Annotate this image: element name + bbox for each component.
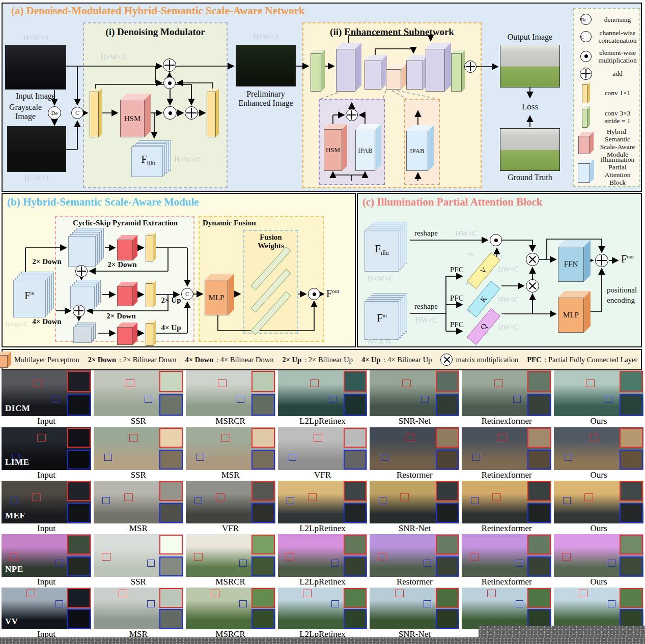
hsm-module-block: HSM [120, 94, 151, 137]
gallery-cell: Ours [554, 370, 643, 427]
fout-label-b: Fout [326, 288, 339, 299]
blue-box-marker [147, 560, 155, 567]
conv1x1-py-3 [146, 320, 156, 346]
red-box-marker [310, 379, 319, 387]
blue-inset [436, 557, 459, 576]
gallery-label: MSRCR [186, 416, 275, 427]
legend-a-label: channel-wise concatenation [597, 29, 638, 44]
blue-box-marker [331, 600, 339, 607]
conv1x1-py-2 [146, 281, 156, 307]
gallery-row-DICM: DICMInputSSRMSRCRL2LpRetinexSNR-NetRetin… [0, 370, 645, 427]
red-inset [159, 535, 183, 554]
thumb-MEF-SNR-Net [370, 481, 459, 523]
output-image [500, 45, 560, 87]
ipab-cube-icon [578, 159, 594, 183]
gallery-label: Retinexformer [462, 470, 551, 481]
blue-box-marker [55, 560, 63, 567]
enhancement-title: (ii) Enhancement Subnetwork [326, 26, 458, 37]
thumb-DICM-Retinexformer [462, 370, 551, 416]
thumb-LIME-Ours [554, 427, 643, 470]
positional-label-2: encoding [607, 296, 635, 305]
plus-icon [580, 68, 592, 80]
bottom-legend-bold: PFC [527, 356, 541, 364]
thumb-MEF-Input: MEF [2, 481, 91, 523]
reshape-label-2: reshape [414, 302, 438, 311]
blue-inset [251, 394, 275, 416]
thumb-NPE-L2LpRetinex [278, 534, 368, 577]
fin-dims-b: H×W×C [5, 321, 28, 329]
de-icon: De [580, 14, 592, 25]
legend-a-label: element-wise multiplication [597, 49, 638, 64]
down4-label: 4× Down [27, 317, 66, 326]
gallery-cell: VFR [186, 481, 275, 534]
blue-box-marker [102, 497, 110, 504]
thumb-DICM-MSRCR [186, 370, 275, 416]
up4-label: 4× Up [156, 324, 186, 332]
stack-layer [68, 236, 96, 267]
red-box-marker [34, 379, 42, 387]
thumb-VV-hidden [554, 588, 643, 629]
red-inset [67, 535, 91, 554]
thumb-LIME-VFR [278, 427, 368, 470]
legend-a-label: conv 1×1 [597, 89, 638, 97]
blue-inset [251, 609, 275, 629]
gallery-label: VFR [278, 470, 368, 481]
red-inset [251, 535, 275, 554]
bottom-legend-item: 2× Up: 2× Bilinear Up [282, 356, 352, 364]
red-box-marker [102, 553, 110, 561]
blue-inset [436, 609, 459, 629]
thumb-VV-SNR-Net [370, 588, 459, 629]
red-box-marker [314, 434, 322, 442]
panel-b-title: (b) Hybrid-Semantic Scale-Aware Module [7, 196, 199, 209]
legend-a-item: Dedenoising [575, 12, 638, 27]
blue-box-marker [563, 497, 571, 504]
add-node-1 [185, 106, 198, 120]
red-box-marker [286, 553, 294, 561]
red-box-marker [579, 590, 587, 597]
preliminary-image [236, 45, 296, 86]
red-box-marker [487, 590, 496, 597]
red-inset [527, 588, 551, 608]
fillu-dims: H×W×C [174, 156, 201, 164]
bottom-legend-text: : 4× Bilinear Down [216, 356, 273, 364]
bottom-legend-text: Multilayer Perceptron [14, 356, 79, 364]
pfc-label-3: PFC [450, 320, 464, 329]
red-inset [436, 371, 459, 392]
red-box-marker [216, 493, 225, 501]
gallery-cell: MSR [94, 588, 183, 641]
gallery-label: L2LpRetinex [278, 523, 368, 534]
gallery-label: Retinexformer [462, 577, 551, 588]
blue-inset [159, 450, 183, 470]
unet-block-2 [364, 55, 387, 90]
unet-block-4 [426, 43, 451, 92]
bottom-legend-bold: 2× Up [282, 356, 301, 364]
blue-box-marker [329, 396, 336, 403]
red-box-marker [211, 590, 219, 597]
red-inset [436, 588, 459, 608]
gallery-label: SSR [94, 416, 183, 427]
blue-inset [159, 394, 183, 416]
gallery-cell: L2LpRetinex [278, 370, 368, 427]
red-inset [620, 428, 643, 448]
gallery-label: Ours [554, 577, 643, 588]
red-inset [620, 588, 643, 608]
thumb-MEF-MSR [94, 481, 183, 523]
bottom-legend-bar: Dilated Dense BlockMultilayer Perceptron… [2, 349, 642, 370]
legend-a-label: denoising [597, 16, 638, 23]
gallery-cell: Retinexformer [462, 427, 551, 481]
red-box-marker [26, 590, 35, 597]
red-box-marker [32, 493, 41, 501]
dataset-tag: VV [5, 617, 18, 627]
up2-label: 2× Up [156, 296, 186, 305]
thumb-VV-Input: VV [2, 588, 91, 629]
blue-inset [436, 394, 459, 416]
dilated-block-2 [117, 282, 137, 306]
bottom-legend-item: 2× Down: 2× Bilinear Down [88, 356, 177, 364]
legend-a-item: add [575, 66, 638, 81]
gallery-label: Restormer [370, 577, 459, 588]
red-box-marker [492, 493, 501, 501]
bottom-legend-text: : 4× Bilinear Up [384, 356, 432, 364]
red-box-marker [470, 553, 479, 561]
thumb-LIME-Retinexformer [462, 427, 551, 470]
grayscale-caption: Grayscale Image [4, 103, 47, 121]
